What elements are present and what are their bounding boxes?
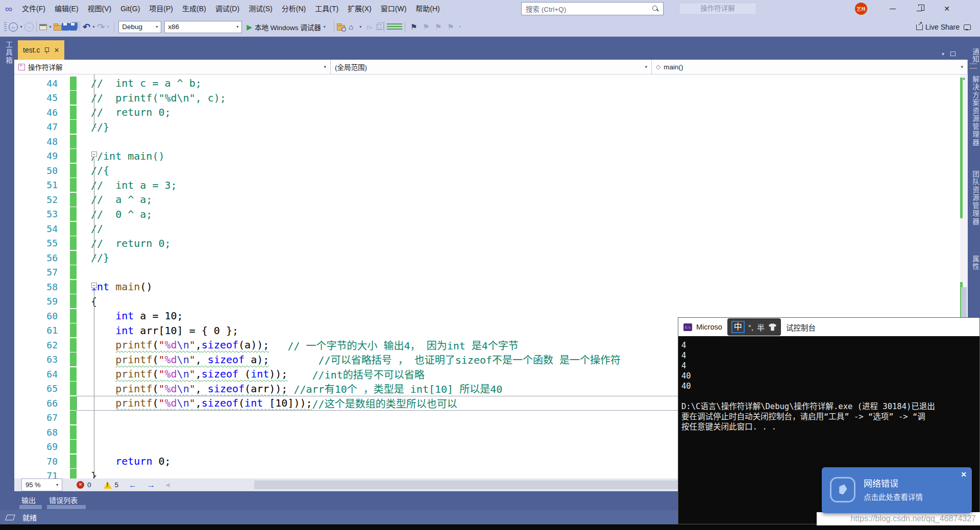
menu-item[interactable]: 视图(V) xyxy=(83,0,116,17)
code-token: " xyxy=(189,354,195,366)
code-line-50[interactable]: 50//{ xyxy=(14,163,960,178)
nav-forward-icon[interactable]: → xyxy=(24,22,34,32)
menu-item[interactable]: 分析(N) xyxy=(277,0,310,17)
code-line-49[interactable]: 49//int main() xyxy=(14,149,960,164)
uncomment-selection-icon[interactable] xyxy=(395,23,402,30)
fold-collapse-icon[interactable]: − xyxy=(91,283,97,288)
menu-item[interactable]: 窗口(W) xyxy=(376,0,411,17)
redo-icon[interactable]: ↷ xyxy=(97,21,105,33)
menu-item[interactable]: 帮助(H) xyxy=(411,0,444,17)
menu-item[interactable]: 编辑(E) xyxy=(50,0,83,17)
restore-button[interactable] xyxy=(908,0,931,17)
menu-item[interactable]: 生成(B) xyxy=(178,0,211,17)
menu-item[interactable]: Git(G) xyxy=(116,0,144,17)
scroll-left-icon[interactable]: ◀ xyxy=(165,482,169,488)
tab-test-c[interactable]: test.c ✕ xyxy=(18,40,64,60)
dropdown-icon[interactable]: ▾ xyxy=(106,21,110,33)
prev-issue-icon[interactable]: ← xyxy=(129,481,137,490)
save-all-icon[interactable] xyxy=(69,23,77,31)
notification-toast[interactable]: ✕ 网络错误 点击此处查看详情 xyxy=(822,467,972,513)
open-file-icon[interactable] xyxy=(54,25,62,31)
minimize-button[interactable] xyxy=(881,0,904,17)
close-icon[interactable]: ✕ xyxy=(54,46,59,54)
vs-window: ∞ 文件(F)编辑(E)视图(V)Git(G)项目(P)生成(B)调试(D)测试… xyxy=(0,0,980,530)
clear-bookmark-icon[interactable]: ⚑ xyxy=(446,21,456,33)
code-line-52[interactable]: 52// a ^ a; xyxy=(14,192,960,207)
ime-punctuation-indicator[interactable]: °, xyxy=(748,323,753,332)
bookmark-icon[interactable]: ⚑ xyxy=(409,21,419,33)
code-line-59[interactable]: 59{ xyxy=(14,294,960,309)
new-project-icon[interactable] xyxy=(39,24,47,30)
background-tasks-icon[interactable] xyxy=(5,515,15,520)
code-line-54[interactable]: 54// xyxy=(14,221,960,236)
tab-output[interactable]: 输出 xyxy=(21,495,36,505)
code-line-48[interactable]: 48 xyxy=(14,134,960,149)
tab-error-list[interactable]: 错误列表 xyxy=(49,495,78,505)
warning-count-icon[interactable] xyxy=(104,482,112,489)
nav-back-icon[interactable]: ← xyxy=(9,22,18,32)
code-line-57[interactable]: 57 xyxy=(14,265,960,280)
pin-icon[interactable] xyxy=(44,47,49,54)
next-bookmark-icon[interactable]: ⚑ xyxy=(433,21,444,33)
toast-close-icon[interactable]: ✕ xyxy=(961,470,967,478)
dropdown-icon[interactable]: ▾ xyxy=(19,21,23,33)
dropdown-icon[interactable]: ▾ xyxy=(48,21,53,33)
sidebar-item-3[interactable]: 属性 xyxy=(970,255,980,271)
save-icon[interactable] xyxy=(62,23,69,31)
menu-item[interactable]: 调试(D) xyxy=(211,0,244,17)
code-line-51[interactable]: 51// int a = 3; xyxy=(14,178,960,193)
solution-platforms-dropdown[interactable]: x86▾ xyxy=(164,21,242,33)
live-share-button[interactable]: Live Share xyxy=(916,23,960,31)
menu-item[interactable]: 文件(F) xyxy=(17,0,50,17)
ime-width-indicator[interactable]: 半 xyxy=(757,322,765,333)
code-line-44[interactable]: 44// int c = a ^ b; xyxy=(14,76,960,91)
next-issue-icon[interactable]: → xyxy=(147,481,155,490)
select-pointer-icon[interactable]: ▻ xyxy=(365,21,375,33)
fold-collapse-icon[interactable]: − xyxy=(91,152,97,157)
undo-icon[interactable]: ↶ xyxy=(83,21,90,33)
prev-bookmark-icon[interactable]: ⚑ xyxy=(421,21,431,33)
close-button[interactable]: ✕ xyxy=(935,0,959,17)
float-window-icon[interactable] xyxy=(950,52,955,56)
find-in-files-icon[interactable] xyxy=(337,25,345,31)
solution-configurations-dropdown[interactable]: Debug▾ xyxy=(118,21,161,33)
feedback-icon[interactable] xyxy=(964,24,971,30)
code-line-53[interactable]: 53// 0 ^ a; xyxy=(14,207,960,222)
navbar-options-icon[interactable] xyxy=(969,62,978,72)
menu-item[interactable]: 扩展(X) xyxy=(343,0,376,17)
code-line-47[interactable]: 47//} xyxy=(14,120,960,135)
toast-body[interactable]: 点击此处查看详情 xyxy=(864,491,923,502)
code-line-45[interactable]: 45// printf("%d\n", c); xyxy=(14,91,960,106)
code-line-55[interactable]: 55// return 0; xyxy=(14,236,960,251)
dropdown-icon[interactable]: ▾ xyxy=(458,21,462,33)
console-title-bar[interactable]: C:\ Microso 中 °, 半 试控制台 xyxy=(678,318,979,336)
copy-document-icon[interactable] xyxy=(376,24,381,30)
code-line-58[interactable]: 58int main() xyxy=(14,280,960,294)
menu-item[interactable]: 工具(T) xyxy=(310,0,343,17)
dropdown-icon[interactable]: ▾ xyxy=(358,21,363,33)
ime-mode-indicator[interactable]: 中 xyxy=(731,321,745,333)
home-icon[interactable]: ⌂ xyxy=(346,21,356,33)
scope-dropdown[interactable]: (全局范围)▾ xyxy=(331,60,652,74)
sidebar-item-1[interactable]: 解决方案资源管理器 xyxy=(970,75,980,147)
sidebar-item-toolbox[interactable]: 工具箱 xyxy=(3,41,13,65)
ime-skin-icon[interactable] xyxy=(768,323,777,331)
menu-item[interactable]: 测试(S) xyxy=(244,0,277,17)
avatar[interactable]: 艺林 xyxy=(855,3,867,15)
code-line-46[interactable]: 46// return 0; xyxy=(14,105,960,120)
code-line-56[interactable]: 56//} xyxy=(14,250,960,265)
menu-item[interactable]: 项目(P) xyxy=(144,0,178,17)
zoom-dropdown[interactable]: 95 %▾ xyxy=(21,478,62,491)
start-debugging-button[interactable]: ▶ 本地 Windows 调试器 ▾ xyxy=(247,22,328,32)
active-files-dropdown-icon[interactable]: ▾ xyxy=(942,51,944,57)
dropdown-icon[interactable]: ▾ xyxy=(91,21,96,33)
comment-selection-icon[interactable] xyxy=(387,23,395,30)
error-count-icon[interactable]: ✕ xyxy=(77,481,84,489)
sidebar-item-2[interactable]: 团队资源管理器 xyxy=(970,170,980,226)
member-dropdown[interactable]: ◇ main()▾ xyxy=(652,60,968,74)
horizontal-scrollbar-thumb[interactable] xyxy=(254,481,683,489)
code-token: // int a = 3; xyxy=(91,179,177,191)
project-dropdown[interactable]: 操作符详解▾ xyxy=(14,60,331,74)
toolbar-grip[interactable] xyxy=(4,22,7,32)
search-input[interactable]: 搜索 (Ctrl+Q) xyxy=(521,2,664,15)
